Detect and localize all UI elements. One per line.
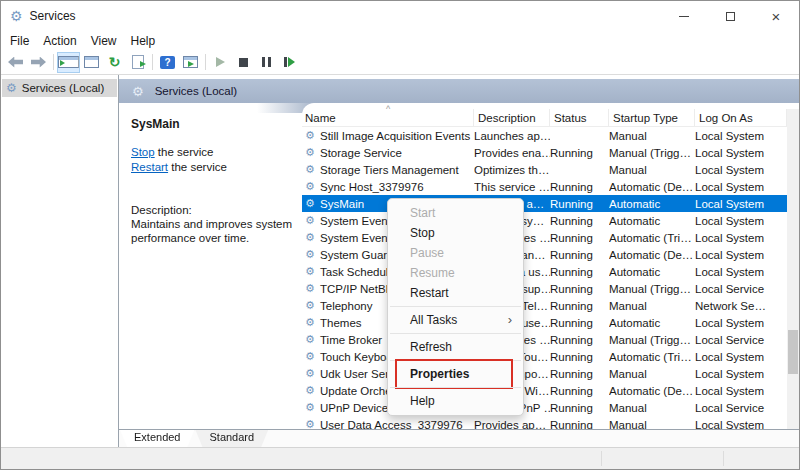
- window-title: Services: [30, 9, 76, 23]
- panel-header: ⚙ Services (Local): [119, 79, 799, 103]
- menu-file[interactable]: File: [3, 34, 36, 48]
- menu-help[interactable]: Help: [124, 34, 163, 48]
- services-app-icon: ⚙: [10, 9, 23, 23]
- refresh-toolbar-button[interactable]: ↻: [104, 53, 125, 72]
- service-row[interactable]: ⚙Task Scheduler Enables a us… Running Au…: [302, 263, 787, 280]
- restart-link-suffix: the service: [168, 161, 227, 173]
- service-gear-icon: ⚙: [305, 181, 320, 192]
- service-row[interactable]: ⚙Sync Host_3379976 This service … Runnin…: [302, 178, 787, 195]
- vertical-scrollbar[interactable]: [787, 109, 799, 429]
- service-gear-icon: ⚙: [305, 385, 320, 396]
- status-bar-divider: [723, 451, 724, 466]
- service-row[interactable]: ⚙SysMain Maintains a… Running Automatic …: [302, 195, 787, 212]
- console-tree-icon: [58, 56, 79, 68]
- tree-item-services-local[interactable]: ⚙ Services (Local): [2, 79, 117, 97]
- service-row[interactable]: ⚙Storage Tiers Management Optimizes th… …: [302, 161, 787, 178]
- scrollbar-thumb[interactable]: [788, 330, 798, 374]
- context-menu-item[interactable]: [388, 303, 523, 310]
- stop-service-link[interactable]: Stop: [131, 146, 155, 158]
- minimize-button[interactable]: [661, 1, 707, 31]
- service-gear-icon: ⚙: [305, 130, 320, 141]
- context-menu-item[interactable]: Help: [388, 391, 523, 411]
- service-row[interactable]: ⚙Themes Provides use… Running Automatic …: [302, 314, 787, 331]
- service-gear-icon: ⚙: [305, 317, 320, 328]
- context-menu-item[interactable]: Properties: [388, 364, 523, 384]
- tab-extended[interactable]: Extended: [120, 430, 194, 447]
- services-window: ⚙ Services × File Action View Help ↻ ?: [0, 0, 800, 470]
- view-tabs: Extended Standard: [119, 429, 799, 447]
- service-row[interactable]: ⚙Update Orchestrator Service Manages Wi……: [302, 382, 787, 399]
- service-action-links: Stop the service Restart the service: [131, 145, 294, 175]
- restart-service-button[interactable]: [279, 53, 300, 72]
- service-description: Maintains and improves system performanc…: [131, 217, 303, 245]
- start-service-button[interactable]: [210, 53, 231, 72]
- show-console-tree-button[interactable]: [58, 53, 79, 72]
- context-menu-item[interactable]: Stop: [388, 223, 523, 243]
- stop-icon: [239, 58, 248, 67]
- stop-link-suffix: the service: [155, 146, 214, 158]
- context-menu: Start Stop Pause Resume Restart All Task…: [387, 198, 524, 416]
- toolbar: ↻ ?: [1, 50, 799, 75]
- service-row[interactable]: ⚙Telephony Provides Tel… Running Manual …: [302, 297, 787, 314]
- refresh-icon: ↻: [109, 55, 121, 69]
- service-row[interactable]: ⚙System Event Notification S… Monitors s…: [302, 212, 787, 229]
- tab-standard[interactable]: Standard: [195, 430, 268, 447]
- context-menu-item[interactable]: All Tasks: [388, 310, 523, 330]
- service-gear-icon: ⚙: [305, 368, 320, 379]
- column-header-log-on-as[interactable]: Log On As: [695, 109, 787, 126]
- show-extended-view-button[interactable]: [180, 53, 201, 72]
- properties-toolbar-button[interactable]: [81, 53, 102, 72]
- help-icon: ?: [160, 56, 175, 69]
- service-row[interactable]: ⚙Still Image Acquisition Events Launches…: [302, 127, 787, 144]
- column-header-status[interactable]: Status: [550, 109, 609, 126]
- service-row[interactable]: ⚙Udk User Service_3379976 Shell compo… R…: [302, 365, 787, 382]
- service-gear-icon: ⚙: [305, 402, 320, 413]
- service-row[interactable]: ⚙TCP/IP NetBIOS Helper Provides sup… Run…: [302, 280, 787, 297]
- service-row[interactable]: ⚙System Events Broker Coordinates … Runn…: [302, 229, 787, 246]
- service-row[interactable]: ⚙System Guard Runtime Mon… Monitors an… …: [302, 246, 787, 263]
- forward-button[interactable]: [28, 53, 49, 72]
- back-button[interactable]: [5, 53, 26, 72]
- service-row[interactable]: ⚙User Data Access_3379976 Provides ap… R…: [302, 416, 787, 429]
- description-label: Description:: [131, 204, 294, 216]
- panel-header-title: Services (Local): [155, 85, 237, 97]
- menu-view[interactable]: View: [84, 34, 124, 48]
- services-list: ^ Name Description Status Startup Type L…: [302, 103, 799, 429]
- context-menu-item[interactable]: Restart: [388, 283, 523, 303]
- service-row[interactable]: ⚙UPnP Device Host Allows UPnP … Running …: [302, 399, 787, 416]
- context-menu-item[interactable]: Resume: [388, 263, 523, 283]
- context-menu-item[interactable]: [388, 384, 523, 391]
- service-gear-icon: ⚙: [305, 249, 320, 260]
- panel-header-gear-icon: ⚙: [132, 85, 144, 98]
- help-toolbar-button[interactable]: ?: [157, 53, 178, 72]
- service-gear-icon: ⚙: [305, 147, 320, 158]
- export-list-button[interactable]: [127, 53, 148, 72]
- close-button[interactable]: ×: [753, 1, 799, 31]
- service-gear-icon: ⚙: [305, 300, 320, 311]
- restart-service-link[interactable]: Restart: [131, 161, 168, 173]
- toolbar-separator: [205, 54, 206, 70]
- service-row[interactable]: ⚙Time Broker Coordinates … Running Manua…: [302, 331, 787, 348]
- stop-service-button[interactable]: [233, 53, 254, 72]
- service-gear-icon: ⚙: [305, 266, 320, 277]
- column-header-description[interactable]: Description: [474, 109, 550, 126]
- context-menu-item[interactable]: [388, 330, 523, 337]
- toolbar-separator: [53, 54, 54, 70]
- pause-service-button[interactable]: [256, 53, 277, 72]
- service-row[interactable]: ⚙Touch Keyboard and Handw… Enables Tou… …: [302, 348, 787, 365]
- maximize-icon: [726, 12, 735, 21]
- menu-action[interactable]: Action: [36, 34, 83, 48]
- context-menu-item[interactable]: Refresh: [388, 337, 523, 357]
- extended-view-panel: SysMain Stop the service Restart the ser…: [119, 103, 302, 429]
- context-menu-item[interactable]: [388, 357, 523, 364]
- context-menu-item[interactable]: Start: [388, 203, 523, 223]
- export-list-icon: [132, 55, 144, 69]
- list-header: ^ Name Description Status Startup Type L…: [302, 109, 787, 127]
- service-row[interactable]: ⚙Storage Service Provides ena… Running M…: [302, 144, 787, 161]
- forward-icon: [31, 57, 46, 68]
- maximize-button[interactable]: [707, 1, 753, 31]
- toolbar-separator: [152, 54, 153, 70]
- service-gear-icon: ⚙: [305, 419, 320, 429]
- column-header-startup-type[interactable]: Startup Type: [609, 109, 695, 126]
- context-menu-item[interactable]: Pause: [388, 243, 523, 263]
